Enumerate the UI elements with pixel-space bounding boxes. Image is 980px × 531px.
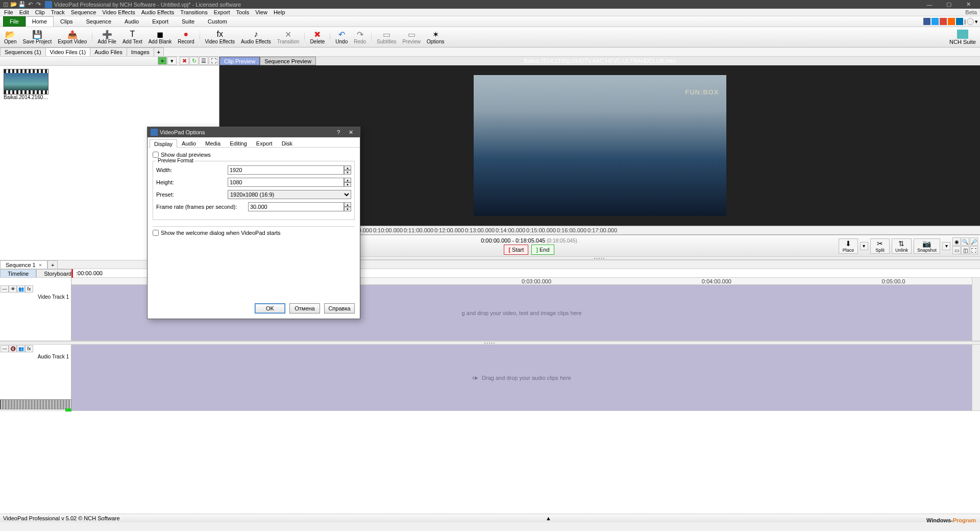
bin-tab-sequences[interactable]: Sequences (1) (0, 47, 46, 56)
menu-track[interactable]: Track (48, 9, 68, 16)
dual-preview-checkbox[interactable]: Show dual previews (153, 152, 355, 158)
spin-up-icon[interactable]: ▲ (344, 202, 351, 207)
mode2-button[interactable]: ◫ (961, 246, 969, 254)
spin-up-icon[interactable]: ▲ (344, 165, 351, 170)
dialog-titlebar[interactable]: VideoPad Options ? ✕ (148, 127, 360, 137)
menu-audio-effects[interactable]: Audio Effects (138, 9, 178, 16)
cancel-button[interactable]: Отмена (289, 303, 320, 313)
place-dropdown[interactable]: ▾ (860, 242, 868, 250)
googleplus-icon[interactable] (940, 18, 947, 25)
qat-redo-icon[interactable]: ↷ (35, 1, 42, 8)
scrollbar-v[interactable] (972, 278, 980, 285)
dlgtab-display[interactable]: Display (150, 139, 177, 148)
linkedin-icon[interactable] (956, 18, 963, 25)
ribbon-suite[interactable]: Suite (175, 16, 201, 27)
bin-add-icon[interactable]: + (158, 57, 167, 65)
nch-suite-button[interactable]: NCH Suite (946, 30, 979, 45)
help-icon[interactable] (967, 18, 974, 25)
menu-help[interactable]: Help (271, 9, 288, 16)
end-button[interactable]: ]End (531, 245, 554, 255)
subtab-timeline[interactable]: Timeline (0, 269, 36, 277)
export-video-button[interactable]: 📤Export Video (55, 28, 90, 47)
help-button[interactable]: Справка (324, 303, 355, 313)
open-button[interactable]: 📂Open (1, 28, 19, 47)
bin-tab-images[interactable]: Images (127, 47, 154, 56)
mode1-button[interactable]: ▭ (952, 246, 961, 254)
record-button[interactable]: ●Record (175, 28, 197, 47)
width-input[interactable] (228, 165, 344, 175)
track-mute-icon[interactable]: 🔇 (9, 345, 17, 352)
track-lock-icon[interactable]: 👥 (17, 285, 25, 293)
ok-button[interactable]: OK (255, 303, 285, 313)
bin-list-icon[interactable]: ☰ (199, 57, 208, 65)
fps-input[interactable] (248, 202, 344, 211)
dlgtab-media[interactable]: Media (201, 139, 225, 147)
dialog-help-icon[interactable]: ? (332, 129, 345, 135)
track-fx-icon[interactable]: fx (25, 345, 33, 352)
spin-down-icon[interactable]: ▼ (344, 182, 351, 187)
track-solo-icon[interactable]: 👥 (17, 345, 25, 352)
bin-expand-icon[interactable]: ⛶ (209, 57, 218, 65)
sequence-tab[interactable]: Sequence 1× (0, 260, 47, 269)
bin-tab-add[interactable]: + (154, 47, 164, 56)
qat-save-icon[interactable]: 💾 (18, 1, 26, 8)
audio-effects-button[interactable]: ♪Audio Effects (238, 28, 274, 47)
close-icon[interactable]: × (39, 262, 42, 268)
minimize-button[interactable]: — (920, 0, 939, 9)
bin-refresh-icon[interactable]: ↻ (189, 57, 199, 65)
options-button[interactable]: ✶Options (424, 28, 447, 47)
track-fx-icon[interactable]: fx (25, 285, 33, 293)
menu-file[interactable]: File (1, 9, 16, 16)
add-blank-button[interactable]: ◼Add Blank (145, 28, 175, 47)
splitter-tracks[interactable]: ••••• (0, 341, 980, 345)
start-button[interactable]: [Start (504, 245, 528, 255)
audio-track-dropzone[interactable]: 🕪 Drag and drop your audio clips here (71, 345, 972, 411)
menu-video-effects[interactable]: Video Effects (99, 9, 138, 16)
welcome-checkbox[interactable]: Show the welcome dialog when VideoPad st… (153, 230, 355, 236)
dlgtab-audio[interactable]: Audio (177, 139, 201, 147)
snapshot-dropdown[interactable]: ▾ (942, 242, 950, 250)
spin-down-icon[interactable]: ▼ (344, 170, 351, 175)
height-input[interactable] (228, 178, 344, 187)
menu-tools[interactable]: Tools (233, 9, 253, 16)
sequence-add[interactable]: + (47, 260, 58, 269)
bin-tab-videofiles[interactable]: Video Files (1) (45, 47, 91, 56)
zoomin-button[interactable]: 🔍 (961, 237, 969, 246)
menu-view[interactable]: View (252, 9, 271, 16)
close-button[interactable]: ✕ (959, 0, 978, 9)
help-dropdown-icon[interactable]: ▾ (975, 18, 978, 25)
track-collapse-icon[interactable]: — (1, 345, 9, 352)
track-collapse-icon[interactable]: — (1, 285, 9, 293)
preset-select[interactable]: 1920x1080 (16:9) (228, 190, 351, 199)
menu-sequence[interactable]: Sequence (68, 9, 100, 16)
rss-icon[interactable] (948, 18, 955, 25)
vr-button[interactable]: ◉ (952, 237, 961, 246)
spin-down-icon[interactable]: ▼ (344, 207, 351, 211)
qat-new-icon[interactable]: ◫ (2, 1, 9, 8)
ribbon-clips[interactable]: Clips (54, 16, 79, 27)
ribbon-home[interactable]: Home (26, 16, 54, 27)
dlgtab-export[interactable]: Export (252, 139, 277, 147)
undo-button[interactable]: ↶Undo (332, 28, 351, 47)
scrollbar-v[interactable] (972, 345, 980, 411)
menu-export[interactable]: Export (211, 9, 233, 16)
place-button[interactable]: ⬇Place (839, 238, 858, 254)
preview-tab-sequence[interactable]: Sequence Preview (260, 57, 316, 65)
video-effects-button[interactable]: fxVideo Effects (202, 28, 238, 47)
twitter-icon[interactable] (932, 18, 939, 25)
menu-transitions[interactable]: Transitions (177, 9, 210, 16)
menu-clip[interactable]: Clip (32, 9, 48, 16)
dlgtab-disk[interactable]: Disk (277, 139, 297, 147)
maximize-button[interactable]: ▢ (939, 0, 959, 9)
status-grip-icon[interactable]: ▲ (546, 515, 551, 521)
qat-open-icon[interactable]: 📂 (10, 1, 17, 8)
add-text-button[interactable]: TAdd Text (119, 28, 145, 47)
spin-up-icon[interactable]: ▲ (344, 178, 351, 182)
save-project-button[interactable]: 💾Save Project (19, 28, 55, 47)
facebook-icon[interactable] (923, 18, 930, 25)
clip-thumbnail[interactable]: Baikal.2014.2160p.U... (3, 69, 49, 100)
qat-undo-icon[interactable]: ↶ (27, 1, 34, 8)
ribbon-export[interactable]: Export (145, 16, 175, 27)
ribbon-audio[interactable]: Audio (118, 16, 145, 27)
delete-button[interactable]: ✖Delete (307, 28, 328, 47)
